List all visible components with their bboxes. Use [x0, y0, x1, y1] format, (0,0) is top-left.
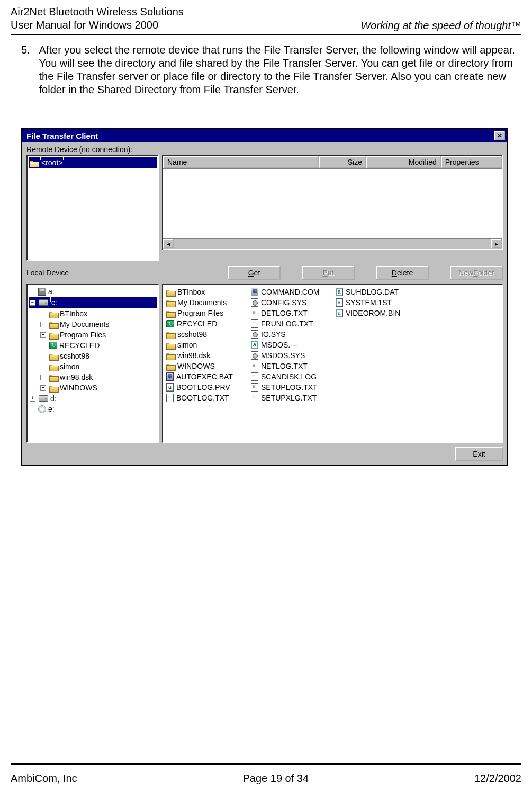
remote-device-label: Remote Device (no connection):	[22, 142, 507, 155]
folder-icon	[49, 332, 58, 339]
tree-folder-node[interactable]: scshot98	[29, 351, 157, 361]
list-item-label: MSDOS.SYS	[261, 351, 305, 360]
file-column: SUHDLOG.DATSYSTEM.1STVIDEOROM.BIN	[336, 287, 415, 318]
list-item[interactable]: SYSTEM.1ST	[336, 298, 415, 307]
list-item[interactable]: VIDEOROM.BIN	[336, 308, 415, 318]
list-item-label: BOOTLOG.TXT	[176, 394, 229, 402]
expand-icon[interactable]: +	[40, 385, 46, 391]
drive-d-node[interactable]: + d:	[29, 393, 157, 404]
local-tree-pane[interactable]: a: − c: BTInbox+My Documents+Program Fil…	[26, 284, 159, 443]
folder-icon	[166, 363, 175, 370]
expand-icon[interactable]: +	[40, 332, 46, 338]
list-item[interactable]: FRUNLOG.TXT	[251, 319, 330, 328]
expand-icon[interactable]: +	[40, 375, 46, 380]
floppy-icon	[38, 288, 46, 296]
list-item[interactable]: Program Files	[166, 308, 246, 318]
text-file-icon	[251, 309, 258, 317]
list-item-label: simon	[177, 341, 197, 349]
tree-node-label: win98.dsk	[60, 372, 93, 383]
tree-spacer	[40, 364, 46, 370]
data-file-icon	[336, 288, 343, 296]
folder-open-icon	[30, 159, 38, 166]
local-list-pane[interactable]: BTInboxMy DocumentsProgram FilesRECYCLED…	[162, 284, 503, 443]
list-item-label: BTInbox	[177, 288, 205, 296]
col-modified[interactable]: Modified	[366, 156, 441, 168]
list-item-label: scshot98	[177, 330, 207, 339]
list-item-label: win98.dsk	[177, 351, 210, 360]
list-item[interactable]: simon	[166, 340, 246, 350]
drive-e-node[interactable]: e:	[29, 404, 157, 414]
footer-company: AmbiCom, Inc	[11, 772, 77, 785]
list-item[interactable]: SETUPLOG.TXT	[251, 383, 330, 392]
tree-folder-node[interactable]: RECYCLED	[29, 340, 157, 351]
drive-a-node[interactable]: a:	[29, 286, 157, 297]
new-folder-button[interactable]: New Folder	[450, 266, 503, 280]
list-item[interactable]: COMMAND.COM	[251, 287, 330, 297]
list-item[interactable]: BTInbox	[166, 287, 246, 297]
list-item[interactable]: SETUPXLG.TXT	[251, 393, 330, 403]
list-item[interactable]: MSDOS.---	[251, 340, 330, 350]
tree-folder-node[interactable]: +My Documents	[29, 319, 157, 330]
list-item-label: RECYCLED	[177, 319, 217, 328]
file-column: COMMAND.COMCONFIG.SYSDETLOG.TXTFRUNLOG.T…	[251, 287, 330, 403]
tree-folder-node[interactable]: simon	[29, 361, 157, 372]
list-item-label: VIDEOROM.BIN	[346, 309, 400, 317]
manual-name: User Manual for Windows 2000	[11, 19, 184, 32]
list-item[interactable]: WINDOWS	[166, 361, 246, 371]
delete-button[interactable]: Delete	[376, 266, 429, 280]
exit-label: Exit	[473, 450, 485, 458]
put-button[interactable]: Put	[302, 266, 355, 280]
list-item[interactable]: MSDOS.SYS	[251, 351, 330, 360]
list-item-label: IO.SYS	[261, 330, 286, 339]
folder-icon	[166, 331, 175, 338]
tree-folder-node[interactable]: BTInbox	[29, 308, 157, 319]
get-rest: et	[254, 269, 260, 277]
list-item-label: CONFIG.SYS	[261, 298, 306, 307]
remote-tree-pane[interactable]: <root>	[26, 155, 159, 261]
col-name[interactable]: Name	[163, 156, 319, 168]
text-file-icon	[166, 394, 174, 402]
list-item[interactable]: BOOTLOG.TXT	[166, 393, 246, 403]
remote-hscroll[interactable]: ◄ ►	[163, 238, 502, 249]
newfolder-pre: New	[458, 269, 473, 277]
remote-list-pane[interactable]: Name Size Modified Properties ◄ ►	[162, 155, 503, 250]
list-item[interactable]: win98.dsk	[166, 351, 246, 360]
expand-icon[interactable]: +	[30, 396, 35, 402]
footer-rule	[11, 763, 521, 765]
list-item[interactable]: CONFIG.SYS	[251, 298, 330, 307]
expand-icon[interactable]: +	[40, 322, 46, 327]
list-item[interactable]: DETLOG.TXT	[251, 308, 330, 318]
list-item[interactable]: SCANDISK.LOG	[251, 372, 330, 381]
list-item[interactable]: scshot98	[166, 330, 246, 339]
col-size[interactable]: Size	[319, 156, 366, 168]
list-item[interactable]: SUHDLOG.DAT	[336, 287, 415, 297]
list-item[interactable]: RECYCLED	[166, 319, 246, 328]
get-button[interactable]: Get	[228, 266, 281, 280]
tree-folder-node[interactable]: +Program Files	[29, 330, 157, 340]
tree-node-label: My Documents	[60, 319, 109, 330]
tree-folder-node[interactable]: +WINDOWS	[29, 383, 157, 393]
tree-folder-node[interactable]: +win98.dsk	[29, 372, 157, 383]
list-item[interactable]: NETLOG.TXT	[251, 361, 330, 371]
list-item[interactable]: AUTOEXEC.BAT	[166, 372, 246, 381]
col-properties[interactable]: Properties	[441, 156, 502, 168]
close-icon: ✕	[497, 132, 502, 139]
close-button[interactable]: ✕	[494, 131, 505, 140]
list-item-label: SETUPLOG.TXT	[261, 383, 318, 392]
scroll-left-button[interactable]: ◄	[163, 239, 174, 248]
text-file-icon	[251, 362, 258, 370]
exit-button[interactable]: Exit	[455, 447, 503, 461]
remote-root-node[interactable]: <root>	[29, 157, 157, 168]
list-item[interactable]: BOOTLOG.PRV	[166, 383, 246, 392]
list-item[interactable]: My Documents	[166, 298, 246, 307]
tree-node-label: scshot98	[60, 351, 89, 361]
drive-c-node[interactable]: − c:	[29, 297, 157, 308]
cdrom-icon	[38, 405, 46, 413]
titlebar[interactable]: File Transfer Client ✕	[22, 129, 507, 142]
text-file-icon	[251, 319, 258, 328]
scroll-right-button[interactable]: ►	[491, 239, 502, 248]
remote-list-body[interactable]	[163, 169, 502, 238]
list-item[interactable]: IO.SYS	[251, 330, 330, 339]
collapse-icon[interactable]: −	[30, 300, 35, 306]
folder-icon	[166, 310, 175, 317]
